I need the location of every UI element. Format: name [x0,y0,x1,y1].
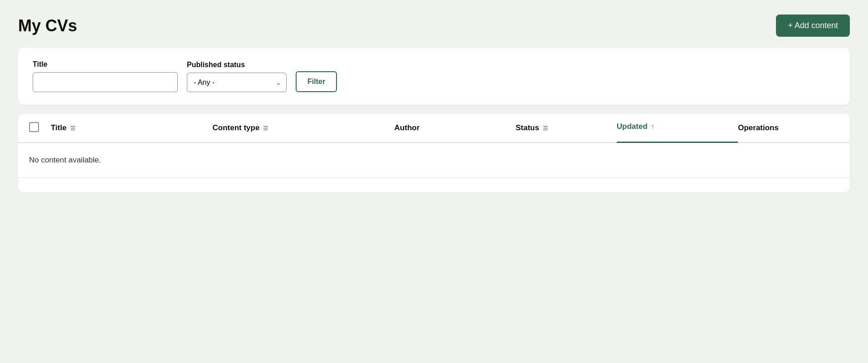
add-content-button[interactable]: + Add content [776,15,850,37]
status-label: Published status [187,61,287,69]
operations-column-label: Operations [738,123,779,132]
filter-button[interactable]: Filter [296,71,337,92]
table-card: Title ☰ Content type ☰ Author Status ☰ U… [18,114,850,192]
col-updated: Updated ↑ [617,122,738,134]
status-sort-icon[interactable]: ☰ [543,125,548,132]
table-footer [18,178,850,192]
title-field: Title [33,60,178,92]
status-select[interactable]: - Any - Published Unpublished [187,73,287,92]
no-content-message: No content available. [18,143,850,178]
author-column-label: Author [395,123,420,132]
select-all-checkbox[interactable] [29,122,39,132]
content-type-column-label: Content type [213,123,260,132]
col-content-type: Content type ☰ [213,123,395,132]
updated-column-label: Updated [617,122,648,131]
status-select-wrapper: - Any - Published Unpublished ⌄ [187,73,287,92]
filter-row: Title Published status - Any - Published… [33,60,835,92]
table-header: Title ☰ Content type ☰ Author Status ☰ U… [18,114,850,143]
status-column-label: Status [516,123,539,132]
title-column-label: Title [51,123,67,132]
title-label: Title [33,60,178,69]
updated-sort-asc-icon[interactable]: ↑ [651,123,654,130]
title-input[interactable] [33,72,178,92]
title-sort-icon[interactable]: ☰ [70,125,76,132]
col-title: Title ☰ [51,123,213,132]
filter-card: Title Published status - Any - Published… [18,48,850,105]
content-type-sort-icon[interactable]: ☰ [263,125,268,132]
col-operations: Operations [738,123,839,132]
status-field: Published status - Any - Published Unpub… [187,61,287,92]
checkbox-col [29,122,51,134]
col-status: Status ☰ [516,123,617,132]
col-author: Author [395,123,516,132]
page-title: My CVs [18,16,77,35]
page-header: My CVs + Add content [18,15,850,37]
